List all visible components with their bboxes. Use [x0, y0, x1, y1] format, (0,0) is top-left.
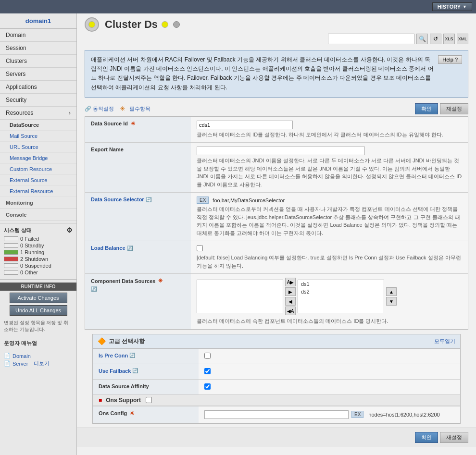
datasource-id-row: Data Source Id ✳ 클러스터 데이터소스의 ID를 설정한다. 하…: [85, 117, 468, 143]
title-circle: [85, 17, 99, 32]
ops-more-link[interactable]: 더보기: [34, 360, 50, 367]
required-icon: ✳: [120, 105, 125, 112]
page-title: Cluster Ds: [105, 18, 158, 31]
breadcrumb-dynamic[interactable]: 🔗 동적설정: [85, 105, 114, 112]
title-dot-yellow: [88, 21, 95, 28]
ons-support-checkbox[interactable]: [146, 397, 152, 403]
ons-support-row: ■ Ons Support: [93, 394, 460, 406]
sidebar-sub-mailsource[interactable]: Mail Source: [0, 131, 76, 142]
history-button[interactable]: HISTORY: [432, 2, 472, 11]
load-balance-checkbox[interactable]: [197, 245, 203, 251]
ons-config-value-cell: EX nodes=host1:6200,host2:6200: [199, 406, 460, 423]
transfer-all-right-button[interactable]: A▶: [285, 278, 296, 286]
component-ds-value-cell: A▶ ▶ ◀ ◀A ds1 ds2: [191, 274, 468, 330]
export-name-desc: 클러스터 데이터소스의 JNDI 이름을 설정한다. 서로 다른 두 데이터소스…: [197, 157, 462, 188]
transfer-right-button[interactable]: ▶: [285, 287, 296, 296]
sidebar-item-domain[interactable]: Domain: [0, 29, 76, 42]
use-failback-link[interactable]: Use Failback 🔄: [99, 368, 193, 374]
status-running-label: 1 Running: [20, 249, 44, 255]
required-star-1: ✳: [131, 121, 135, 126]
doc-icon-2: 📄: [4, 360, 11, 367]
load-balance-value-cell: [default: false] Load Balancing 여부를 설정한다…: [191, 241, 468, 274]
ons-config-input[interactable]: [204, 410, 349, 419]
datasource-id-input[interactable]: [197, 121, 293, 129]
advanced-open-link[interactable]: 모두열기: [434, 338, 455, 345]
status-bar-running: [4, 250, 18, 255]
ons-support-header: ■ Ons Support: [93, 395, 460, 406]
export-excel-button[interactable]: XLS: [443, 34, 455, 44]
status-standby-row: 0 Standby: [4, 243, 73, 248]
dynamic-icon: 🔗: [85, 106, 91, 112]
help-button[interactable]: Help ?: [438, 55, 462, 64]
export-xml-button[interactable]: XML: [457, 34, 468, 44]
refresh-button[interactable]: ↺: [430, 34, 441, 44]
component-ds-available-list[interactable]: [197, 280, 283, 313]
sidebar-item-resources[interactable]: Resources: [0, 107, 76, 120]
sidebar-sub-urlsource[interactable]: URL Source: [0, 142, 76, 153]
sidebar-sub-externalsource[interactable]: External Source: [0, 175, 76, 186]
is-pre-conn-checkbox[interactable]: [204, 353, 211, 359]
order-down-button[interactable]: ▼: [386, 297, 397, 306]
console-label: Console: [0, 209, 76, 221]
reset-button-bottom[interactable]: 재설정: [440, 432, 468, 443]
activate-changes-button[interactable]: Activate Changes: [10, 293, 67, 303]
sidebar-item-servers[interactable]: Servers: [0, 68, 76, 81]
confirm-button-top[interactable]: 확인: [415, 103, 438, 114]
order-up-button[interactable]: ▲: [386, 287, 397, 296]
sidebar-item-security[interactable]: Security: [0, 94, 76, 107]
runtime-info-label: RUNTIME INFO: [0, 283, 76, 291]
sidebar-sub-externalresource[interactable]: External Resource: [0, 186, 76, 197]
sidebar-sub-messagebridge[interactable]: Message Bridge: [0, 153, 76, 164]
sync-icon-cds: 🔄: [91, 286, 97, 292]
list-item-ds1[interactable]: ds1: [298, 280, 384, 288]
status-bar-failed: [4, 236, 18, 241]
sync-icon-preconn: 🔄: [129, 353, 135, 358]
sidebar-item-session[interactable]: Session: [0, 42, 76, 55]
status-shutdown-row: 2 Shutdown: [4, 256, 73, 262]
status-suspended-row: 0 Suspended: [4, 263, 73, 269]
list-item-ds2[interactable]: ds2: [298, 288, 384, 295]
component-ds-selected-list[interactable]: ds1 ds2: [298, 280, 384, 313]
use-failback-checkbox[interactable]: [204, 368, 211, 374]
sidebar-sub-datasource[interactable]: DataSource: [0, 120, 76, 131]
sync-icon-selector: 🔄: [146, 197, 151, 202]
ops-domain-link[interactable]: Domain: [13, 353, 31, 359]
advanced-section: 🔶 고급 선택사항 모두열기 Is Pre Conn 🔄: [92, 334, 461, 424]
datasource-selector-link[interactable]: Data Source Selector 🔄: [91, 197, 185, 202]
is-pre-conn-value-cell: [199, 349, 460, 364]
sidebar-item-applications[interactable]: Applications: [0, 81, 76, 94]
confirm-button-bottom[interactable]: 확인: [415, 432, 438, 443]
use-failback-value-cell: [199, 364, 460, 379]
load-balance-link[interactable]: Load Balance 🔄: [91, 245, 185, 251]
load-balance-row: Load Balance 🔄 [default: false] Load Bal…: [85, 241, 468, 274]
is-pre-conn-link[interactable]: Is Pre Conn 🔄: [99, 353, 193, 358]
sidebar-sub-customresource[interactable]: Custom Resource: [0, 164, 76, 175]
undo-all-changes-button[interactable]: Undo ALL Changes: [10, 305, 67, 316]
advanced-header: 🔶 고급 선택사항 모두열기: [93, 334, 460, 349]
use-failback-row: Use Failback 🔄: [93, 364, 460, 379]
datasource-id-desc: 클러스터 데이터소스의 ID를 설정한다. 하나의 도메인에서 각 클러스터 데…: [197, 131, 462, 139]
search-input[interactable]: [328, 34, 414, 44]
title-status-dot2: [173, 21, 180, 28]
ops-server-link[interactable]: Server: [13, 361, 28, 367]
domain-label[interactable]: domain1: [0, 13, 76, 29]
is-pre-conn-row: Is Pre Conn 🔄: [93, 349, 460, 364]
ons-config-example-value: nodes=host1:6200,host2:6200: [368, 412, 439, 418]
sidebar-item-clusters[interactable]: Clusters: [0, 55, 76, 68]
transfer-left-button[interactable]: ◀: [285, 297, 296, 306]
datasource-selector-value-cell: EX foo,bar,MyDataSourceSelector 클러스터 데이터…: [191, 193, 468, 241]
datasource-selector-row: Data Source Selector 🔄 EX foo,bar,MyData…: [85, 193, 468, 241]
transfer-all-left-button[interactable]: ◀A: [285, 307, 296, 315]
title-status-dot1: [162, 21, 168, 28]
export-name-input[interactable]: [197, 147, 365, 155]
search-button[interactable]: 🔍: [416, 34, 428, 44]
ds-affinity-row: Data Source Affinity: [93, 379, 460, 394]
status-running-row: 1 Running: [4, 249, 73, 255]
reset-button-top[interactable]: 재설정: [440, 103, 468, 114]
sync-icon-failback: 🔄: [132, 368, 138, 373]
export-name-value-cell: 클러스터 데이터소스의 JNDI 이름을 설정한다. 서로 다른 두 데이터소스…: [191, 143, 468, 193]
selector-example-badge: EX: [197, 197, 209, 204]
status-bar-suspended: [4, 263, 18, 268]
datasource-selector-desc: 클러스터 데이터소스로부터 커넥션을 얻을 때 사용자나 개발자가 특정 컴포넌…: [197, 205, 462, 237]
ds-affinity-checkbox[interactable]: [204, 383, 211, 390]
